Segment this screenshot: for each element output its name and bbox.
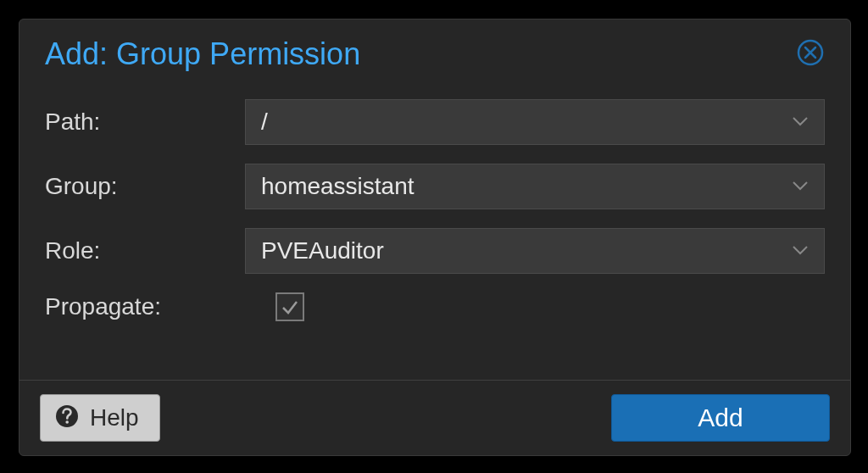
path-value: / [261,109,268,136]
group-select[interactable]: homeassistant [245,164,825,209]
chevron-down-icon [792,114,809,130]
chevron-down-icon [792,243,809,259]
dialog-body: Path: / Group: homeassistant Role: PVEAu… [19,79,850,380]
group-row: Group: homeassistant [45,164,825,209]
group-value: homeassistant [261,173,415,200]
close-icon [797,39,824,66]
dialog-footer: Help Add [19,380,850,455]
help-button[interactable]: Help [40,394,160,442]
help-icon [54,403,80,432]
path-row: Path: / [45,99,825,145]
group-permission-dialog: Add: Group Permission Path: / Group: hom… [19,19,851,456]
checkmark-icon [281,298,299,316]
propagate-label: Propagate: [45,293,245,320]
add-button[interactable]: Add [611,394,830,442]
help-button-label: Help [90,404,139,431]
propagate-checkbox[interactable] [275,292,304,321]
role-label: Role: [45,237,245,264]
add-button-label: Add [698,403,743,432]
svg-point-4 [65,420,69,424]
group-label: Group: [45,173,245,200]
role-value: PVEAuditor [261,237,384,264]
chevron-down-icon [792,179,809,194]
role-row: Role: PVEAuditor [45,228,825,274]
close-button[interactable] [796,38,825,67]
path-label: Path: [45,109,245,136]
dialog-title: Add: Group Permission [45,36,360,72]
role-select[interactable]: PVEAuditor [245,228,825,274]
dialog-header: Add: Group Permission [19,19,850,79]
propagate-row: Propagate: [45,292,825,321]
path-select[interactable]: / [245,99,825,145]
